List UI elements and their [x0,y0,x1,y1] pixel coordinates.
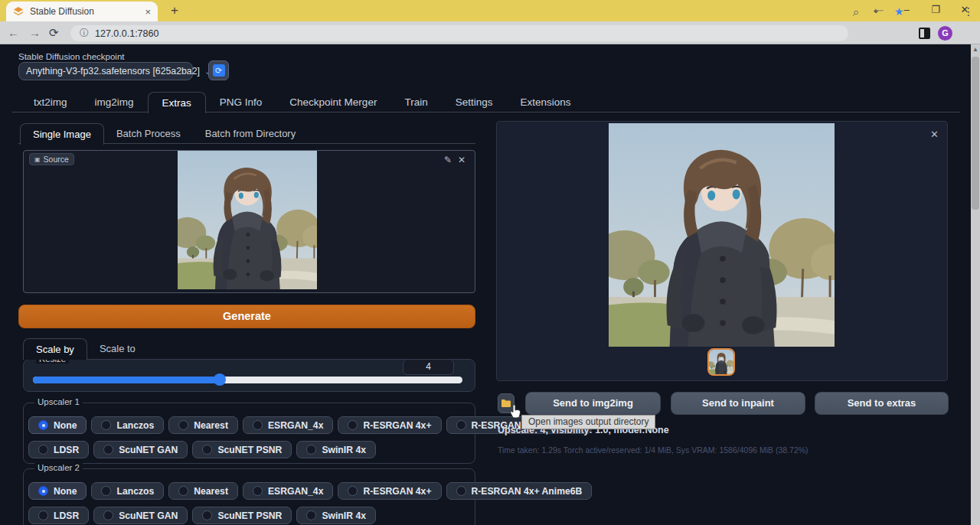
slider-handle[interactable] [214,373,226,386]
radio-icon [103,510,113,520]
checkpoint-value: Anything-V3-fp32.safetensors [625a2ba2] [26,66,200,77]
upscaler-2-label: Upscaler 2 [34,463,83,472]
source-image[interactable] [178,151,317,289]
menu-dots-icon[interactable]: ⋮ [963,5,974,18]
radio-icon [456,420,466,430]
upscaler-option[interactable]: ScuNET GAN [93,507,188,524]
radio-icon [38,420,48,430]
upscaler-option[interactable]: Lanczos [91,416,164,434]
result-image[interactable] [609,123,835,347]
upscaler-option[interactable]: ScuNET GAN [93,441,188,458]
radio-icon [101,486,111,496]
scrollbar-up-arrow[interactable]: ▲ [971,44,980,55]
upscaler-option[interactable]: Nearest [168,416,238,434]
side-panel-icon[interactable] [919,28,930,39]
extras-left-column: Single ImageBatch ProcessBatch from Dire… [12,119,482,525]
tab-txt2img[interactable]: txt2img [20,92,81,113]
tab-extras[interactable]: Extras [148,92,206,113]
subtab-scale-by[interactable]: Scale by [23,338,87,360]
upscaler-option[interactable]: ESRGAN_4x [243,482,333,500]
upscaler-option[interactable]: R-ESRGAN 4x+ Anime6B [446,482,593,500]
tab-train[interactable]: Train [390,92,441,113]
folder-tooltip: Open images output directory [521,415,655,429]
resize-value-input[interactable]: 4 [403,359,454,375]
subtab-batch-from-directory[interactable]: Batch from Directory [193,123,308,145]
radio-icon [202,510,212,520]
stable-diffusion-page: Stable Diffusion checkpoint Anything-V3-… [0,44,971,525]
upscaler-1-label: Upscaler 1 [34,397,83,406]
extras-sub-tab-bar: Single ImageBatch ProcessBatch from Dire… [18,123,475,144]
forward-icon[interactable]: → [29,26,41,39]
resize-slider[interactable] [33,377,462,383]
radio-icon [101,420,111,430]
main-tab-bar: txt2imgimg2imgExtrasPNG InfoCheckpoint M… [12,92,960,112]
bookmark-star-icon[interactable]: ★ [894,5,904,18]
upscaler-option[interactable]: R-ESRGAN 4x+ [338,416,441,434]
upscaler-option[interactable]: ScuNET PSNR [192,507,292,524]
refresh-icon: ⟳ [213,64,225,77]
result-gallery: ✕ [496,121,948,381]
checkpoint-dropdown[interactable]: Anything-V3-fp32.safetensors [625a2ba2] … [18,62,193,80]
tab-png-info[interactable]: PNG Info [206,92,276,113]
radio-icon [456,486,466,496]
subtab-scale-to[interactable]: Scale to [87,338,148,360]
send-to-extras-button[interactable]: Send to extras [815,392,949,415]
upscaler-option[interactable]: R-ESRGAN 4x+ [338,482,441,500]
upscaler-option[interactable]: None [28,416,87,434]
edit-image-icon[interactable]: ✎ [444,155,452,165]
thumbnail-image [709,350,733,374]
zoom-icon[interactable]: ⌕ [853,5,859,19]
send-to-inpaint-button[interactable]: Send to inpaint [671,392,805,415]
url-text: 127.0.0.1:7860 [95,28,158,39]
subtab-single-image[interactable]: Single Image [20,123,104,145]
radio-icon [178,420,188,430]
gallery-thumbnail[interactable] [707,348,735,376]
tab-settings[interactable]: Settings [442,92,507,113]
profile-avatar[interactable]: G [938,26,952,41]
radio-icon [348,420,358,430]
clear-image-icon[interactable]: ✕ [458,155,466,165]
stable-diffusion-favicon [13,6,24,17]
reload-icon[interactable]: ⟳ [49,26,59,40]
radio-icon [253,486,263,496]
scrollbar-thumb[interactable] [972,57,979,210]
checkpoint-label: Stable Diffusion checkpoint [18,52,125,61]
radio-icon [178,486,188,496]
upscaler-option[interactable]: LDSR [28,441,89,458]
upscaler-option[interactable]: LDSR [28,507,89,524]
gallery-close-icon[interactable]: ✕ [930,129,939,140]
tab-checkpoint-merger[interactable]: Checkpoint Merger [276,92,390,113]
upscaler-2-block: Upscaler 2 NoneLanczosNearestESRGAN_4xR-… [23,468,475,525]
browser-tab[interactable]: Stable Diffusion × [6,2,158,21]
tab-close-icon[interactable]: × [145,6,151,18]
upscaler-option[interactable]: None [28,482,87,500]
upscaler-option[interactable]: ScuNET PSNR [192,441,292,458]
upscaler-2-row-2: LDSRScuNET GANScuNET PSNRSwinIR 4x [28,507,376,524]
upscaler-1-row-2: LDSRScuNET GANScuNET PSNRSwinIR 4x [28,441,376,458]
tab-extensions[interactable]: Extensions [506,92,584,113]
share-icon[interactable]: ⭪ [874,5,884,17]
subtab-batch-process[interactable]: Batch Process [104,123,193,145]
image-icon: ▣ [34,156,41,163]
send-to-img2img-button[interactable]: Send to img2img [525,392,661,415]
new-tab-button[interactable]: + [167,3,182,18]
tab-img2img[interactable]: img2img [81,92,148,113]
back-icon[interactable]: ← [8,26,19,39]
radio-icon [306,445,316,455]
browser-tabstrip: Stable Diffusion × + ⌄ – ❐ ✕ [0,0,980,21]
window-restore-button[interactable]: ❐ [926,4,945,15]
url-bar[interactable]: ⓘ 127.0.0.1:7860 [70,25,848,41]
upscaler-option[interactable]: SwinIR 4x [296,441,376,458]
generate-button[interactable]: Generate [18,305,475,328]
upscaler-option[interactable]: ESRGAN_4x [243,416,333,434]
site-info-icon[interactable]: ⓘ [80,27,89,40]
source-image-panel[interactable]: ▣ Source ✎ ✕ [23,150,475,293]
refresh-checkpoints-button[interactable]: ⟳ [208,60,229,80]
upscaler-option[interactable]: Lanczos [91,482,164,500]
radio-icon [253,420,263,430]
radio-icon [38,486,48,496]
upscaler-option[interactable]: Nearest [168,482,238,500]
radio-icon [348,486,358,496]
upscaler-option[interactable]: SwinIR 4x [296,507,376,524]
page-scrollbar[interactable]: ▲ [971,44,980,525]
